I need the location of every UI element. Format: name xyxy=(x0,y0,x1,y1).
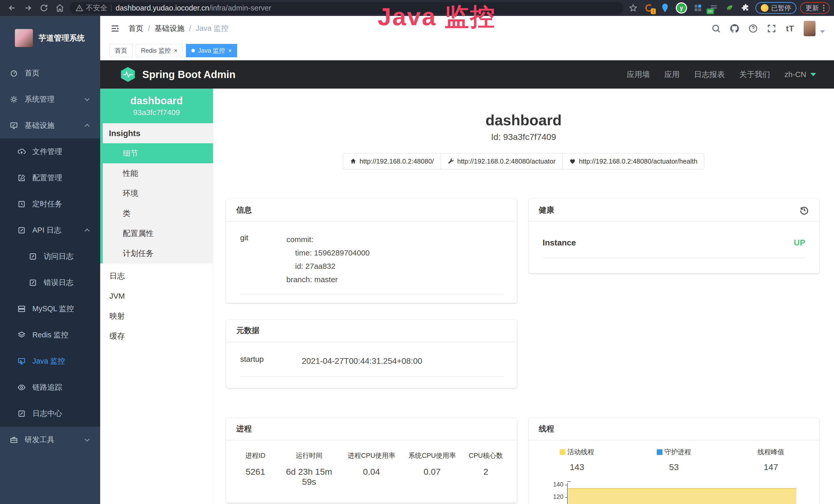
address-bar[interactable]: 不安全 dashboard.yudao.iocoder.cn/infra/adm… xyxy=(69,2,623,14)
health-card: 健康 Instance UP xyxy=(529,199,820,273)
sba-item-classes[interactable]: 类 xyxy=(103,203,213,223)
dashboard-icon xyxy=(10,69,18,77)
health-url-button[interactable]: http://192.168.0.2:48080/actuator/health xyxy=(563,153,704,169)
active-dot-icon xyxy=(191,49,195,52)
close-icon[interactable]: × xyxy=(174,47,177,54)
tab-java[interactable]: Java 监控 × xyxy=(186,44,237,57)
bookmark-star-icon[interactable] xyxy=(628,3,638,13)
sba-item-scheduledtasks[interactable]: 计划任务 xyxy=(103,244,213,264)
sidebar-item-job[interactable]: 定时任务 xyxy=(0,191,100,217)
sba-app-block[interactable]: dashboard 93a3fc7f7409 xyxy=(100,89,213,123)
metadata-value: 2021-04-27T00:44:31.254+08:00 xyxy=(302,354,503,368)
sidebar-item-logcenter[interactable]: 日志中心 xyxy=(0,400,100,427)
ext-leaf-icon[interactable] xyxy=(725,3,735,13)
sidebar-item-mysql[interactable]: MySQL 监控 xyxy=(0,296,100,322)
sidebar-item-config[interactable]: 配置管理 xyxy=(0,165,100,191)
sidebar-collapse-icon[interactable] xyxy=(109,23,121,34)
sba-item-env[interactable]: 环境 xyxy=(103,183,213,203)
health-history-icon[interactable] xyxy=(799,205,809,215)
search-icon[interactable] xyxy=(710,23,722,35)
sidebar-item-system[interactable]: 系统管理 xyxy=(0,86,100,112)
edit-icon xyxy=(18,174,26,182)
ext-pin-icon[interactable] xyxy=(660,3,670,13)
sidebar-item-devtools[interactable]: 研发工具 xyxy=(0,427,100,453)
heartbeat-icon xyxy=(569,158,576,165)
sba-nav-about[interactable]: 关于我们 xyxy=(739,69,770,80)
help-icon[interactable] xyxy=(747,23,759,35)
caret-down-icon[interactable] xyxy=(820,30,825,33)
security-label: 不安全 xyxy=(86,3,107,13)
breadcrumb-home[interactable]: 首页 xyxy=(128,23,143,33)
ext-green-circle-icon[interactable]: y xyxy=(676,2,687,14)
github-icon[interactable] xyxy=(729,23,741,35)
home-icon[interactable] xyxy=(52,0,68,16)
ext-grid-icon[interactable] xyxy=(693,3,703,13)
divider xyxy=(240,376,503,377)
threads-card-title: 线程 xyxy=(539,423,554,434)
back-icon[interactable] xyxy=(4,0,20,16)
sba-item-caches[interactable]: 缓存 xyxy=(100,326,213,346)
sba-nav-applications[interactable]: 应用 xyxy=(664,69,680,80)
sba-item-mappings[interactable]: 映射 xyxy=(100,306,213,326)
sba-section-insights: Insights xyxy=(103,123,213,143)
app-logo[interactable]: 芋道管理系统 xyxy=(0,16,100,60)
ext-proxy-icon[interactable]: on xyxy=(709,3,719,13)
sba-locale-select[interactable]: zh-CN xyxy=(785,70,806,79)
info-key: git xyxy=(240,233,286,286)
divider xyxy=(543,258,806,258)
sidebar-item-redis[interactable]: Redis 监控 xyxy=(0,322,100,348)
instance-title: dashboard xyxy=(213,112,834,128)
metadata-card: 元数据 startup 2021-04-27T00:44:31.254+08:0… xyxy=(226,319,517,388)
document-edit-icon xyxy=(18,226,26,234)
breadcrumb-infra[interactable]: 基础设施 xyxy=(155,23,184,33)
caret-down-icon[interactable] xyxy=(810,73,816,76)
sidebar-item-apilog[interactable]: API 日志 xyxy=(0,217,100,244)
sidebar-item-home[interactable]: 首页 xyxy=(0,60,100,86)
annotation-java-monitor: Java 监控 xyxy=(378,1,496,34)
instance-id: Id: 93a3fc7f7409 xyxy=(213,132,834,142)
user-avatar[interactable] xyxy=(804,21,815,36)
paused-emoji-icon xyxy=(761,4,768,12)
sba-nav-journal[interactable]: 日志报表 xyxy=(694,69,725,80)
health-card-title: 健康 xyxy=(539,205,554,215)
sidebar-item-java[interactable]: Java 监控 xyxy=(0,348,100,374)
sidebar-item-accesslog[interactable]: 访问日志 xyxy=(0,244,100,270)
close-icon[interactable]: × xyxy=(228,47,232,54)
reload-icon[interactable] xyxy=(36,0,52,16)
tab-home[interactable]: 首页 xyxy=(109,44,133,57)
paused-label: 已暂停 xyxy=(771,4,791,13)
sidebar-item-infra[interactable]: 基础设施 xyxy=(0,112,100,139)
info-value: commit: time: 1596289704000 id: 27aa832 … xyxy=(286,233,503,286)
chevron-up-icon xyxy=(85,124,90,129)
sidebar-item-errorlog[interactable]: 错误日志 xyxy=(0,270,100,296)
omnibox-divider xyxy=(111,5,111,11)
fullscreen-icon[interactable] xyxy=(766,23,777,35)
browser-menu-icon[interactable] xyxy=(823,5,825,11)
sba-item-jvm[interactable]: JVM xyxy=(100,286,213,306)
sba-item-metrics[interactable]: 性能 xyxy=(103,163,213,183)
legend-daemon-swatch xyxy=(657,449,662,455)
threads-legend: 活动线程 143 守护进程 53 xyxy=(529,448,820,472)
service-url-button[interactable]: http://192.168.0.2:48080/ xyxy=(343,153,441,169)
threads-area-series xyxy=(568,488,796,504)
sba-item-loggers[interactable]: 日志 xyxy=(100,266,213,286)
actuator-url-button[interactable]: http://192.168.0.2:48080/actuator xyxy=(441,153,563,169)
sidebar-item-trace[interactable]: 链路追踪 xyxy=(0,374,100,400)
url-path: /infra/admin-server xyxy=(209,4,271,12)
chrome-update-button[interactable]: 更新 xyxy=(800,2,830,14)
font-size-icon[interactable]: tT xyxy=(784,23,796,35)
tab-redis[interactable]: Redis 监控 × xyxy=(136,44,183,57)
app-title: 芋道管理系统 xyxy=(39,33,85,43)
sidebar-item-file[interactable]: 文件管理 xyxy=(0,139,100,165)
process-card: 进程 进程ID5261 运行时间6d 23h 15m 59s 进程CPU使用率0… xyxy=(226,418,517,503)
sba-nav-wallboard[interactable]: 应用墙 xyxy=(627,69,650,80)
ext-orange-sync-icon[interactable]: 1 xyxy=(644,3,654,13)
eye-icon xyxy=(18,383,26,392)
sba-item-details[interactable]: 细节 xyxy=(103,143,213,163)
document-edit-icon xyxy=(29,279,37,287)
sba-item-configprops[interactable]: 配置属性 xyxy=(103,223,213,244)
extensions-puzzle-icon[interactable] xyxy=(741,3,751,13)
home-icon xyxy=(350,158,356,165)
profile-paused-chip[interactable]: 已暂停 xyxy=(755,2,796,14)
forward-icon[interactable] xyxy=(20,0,36,16)
